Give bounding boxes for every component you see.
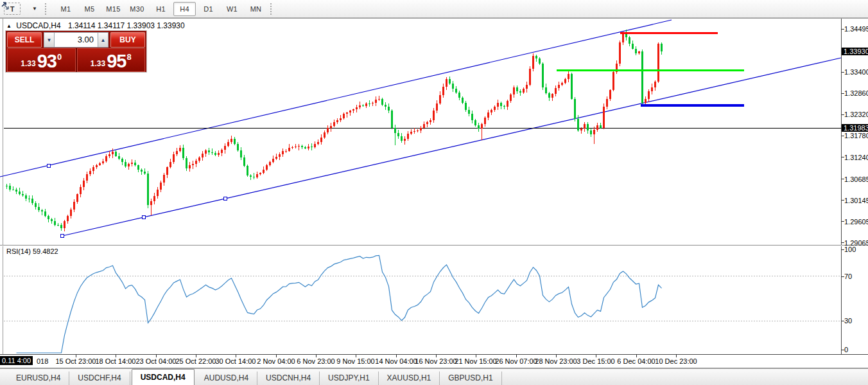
volume-input[interactable]: 3.00 xyxy=(55,32,98,48)
time-axis-highlight: 0.11 4:00 xyxy=(0,356,33,365)
candle-body xyxy=(147,174,149,205)
candle-body xyxy=(275,157,277,159)
candle-body xyxy=(237,144,239,150)
candle-body xyxy=(413,131,415,132)
candle-body xyxy=(182,148,184,158)
candle-body xyxy=(516,87,518,91)
candle-body xyxy=(253,177,255,178)
candle-body xyxy=(282,151,284,154)
candle-body xyxy=(385,105,386,107)
time-axis-label: 15 Oct 23:00 xyxy=(56,357,96,365)
rsi-axis-label: 30 xyxy=(844,317,852,325)
chart-tab-usdcnh-h4[interactable]: USDCNH,H4 xyxy=(257,372,320,385)
buy-price-quote[interactable]: 1.33 95 8 xyxy=(77,48,146,72)
candle-body xyxy=(179,148,181,151)
candle-body xyxy=(430,120,431,122)
candle-body xyxy=(134,163,136,165)
candle-body xyxy=(542,64,544,87)
candle-body xyxy=(632,44,634,48)
volume-increase-button[interactable]: ▲ xyxy=(98,32,108,48)
volume-decrease-button[interactable]: ▼ xyxy=(44,32,55,48)
price-axis-highlight-label: 1.31983 xyxy=(842,124,868,132)
sell-button[interactable]: SELL xyxy=(7,32,42,48)
candle-body xyxy=(189,165,191,168)
candle-body xyxy=(73,202,75,209)
candle-body xyxy=(378,99,380,100)
time-axis-label: 26 Nov 07:00 xyxy=(495,357,537,365)
candle-body xyxy=(494,107,496,110)
candle-body xyxy=(606,99,608,107)
rsi-line xyxy=(17,256,662,354)
collapse-triangle-icon[interactable]: ▲ xyxy=(6,23,12,29)
buy-price-superscript: 8 xyxy=(126,52,131,62)
candle-body xyxy=(641,51,643,103)
chart-tab-gbpusd-h1[interactable]: GBPUSD,H1 xyxy=(440,372,501,385)
candle-body xyxy=(41,210,43,211)
candle-body xyxy=(603,107,605,128)
candle-body xyxy=(256,174,258,178)
candle-body xyxy=(590,130,592,134)
candle-body xyxy=(436,103,438,111)
price-axis-label: 1.31780 xyxy=(844,132,868,139)
chart-tab-usdjpy-h1[interactable]: USDJPY,H1 xyxy=(320,372,378,385)
candle-body xyxy=(221,150,223,153)
candle-body xyxy=(365,103,367,106)
candle-body xyxy=(455,89,457,93)
channel-handle[interactable] xyxy=(61,235,64,238)
time-axis-label: 9 Nov 15:00 xyxy=(336,357,374,365)
buy-price-big-digits: 95 xyxy=(107,53,126,69)
rsi-axis-label: 100 xyxy=(844,246,856,253)
candle-body xyxy=(288,148,290,151)
candle-body xyxy=(439,95,441,103)
channel-handle[interactable] xyxy=(48,165,51,168)
buy-button[interactable]: BUY xyxy=(110,32,145,48)
candle-body xyxy=(510,94,512,102)
candle-body xyxy=(304,147,306,148)
time-axis-label: 16 Nov 23:00 xyxy=(415,357,456,365)
channel-handle[interactable] xyxy=(224,197,227,201)
time-axis-label: 21 Nov 15:00 xyxy=(455,357,496,365)
candle-body xyxy=(317,142,319,143)
candle-body xyxy=(336,120,338,122)
candle-body xyxy=(349,111,351,112)
candle-body xyxy=(574,99,576,119)
time-axis-label: 6 Dec 04:00 xyxy=(617,357,655,365)
candle-body xyxy=(452,84,454,89)
candle-body xyxy=(343,114,345,118)
price-axis-label: 1.30685 xyxy=(844,175,868,183)
candle-body xyxy=(80,187,82,194)
candle-body xyxy=(539,58,541,64)
candle-body xyxy=(89,171,91,175)
chart-tab-usdcad-h4[interactable]: USDCAD,H4 xyxy=(132,369,195,385)
candle-body xyxy=(163,175,165,183)
candle-body xyxy=(529,69,531,84)
candle-body xyxy=(279,154,281,157)
candle-body xyxy=(638,51,640,53)
candle-body xyxy=(48,216,49,220)
candle-body xyxy=(314,144,316,147)
candle-body xyxy=(577,119,579,130)
candle-body xyxy=(625,33,627,37)
candle-body xyxy=(465,103,467,110)
chart-tab-eurusd-h4[interactable]: EURUSD,H4 xyxy=(8,372,69,385)
candle-body xyxy=(587,124,589,130)
sell-price-quote[interactable]: 1.33 93 0 xyxy=(7,48,76,72)
chart-tab-audusd-h4[interactable]: AUDUSD,H4 xyxy=(196,372,257,385)
candle-body xyxy=(92,167,94,171)
chart-tab-bar: EURUSD,H4USDCHF,H4USDCAD,H4AUDUSD,H4USDC… xyxy=(0,368,868,385)
candle-body xyxy=(247,166,248,175)
rsi-axis-label: 0 xyxy=(844,346,848,354)
candle-body xyxy=(137,165,139,170)
candle-body xyxy=(503,106,505,107)
candle-body xyxy=(169,162,171,168)
chart-tab-xauusd-h1[interactable]: XAUUSD,H1 xyxy=(379,372,440,385)
candle-body xyxy=(420,128,422,130)
channel-handle[interactable] xyxy=(143,216,146,219)
time-axis-label: 10 Dec 23:00 xyxy=(655,357,697,365)
candle-body xyxy=(60,225,62,228)
candle-body xyxy=(532,56,534,69)
chart-tab-usdchf-h4[interactable]: USDCHF,H4 xyxy=(69,372,130,385)
buy-price-prefix: 1.33 xyxy=(91,58,105,69)
candle-body xyxy=(433,111,435,120)
candle-body xyxy=(648,91,650,99)
